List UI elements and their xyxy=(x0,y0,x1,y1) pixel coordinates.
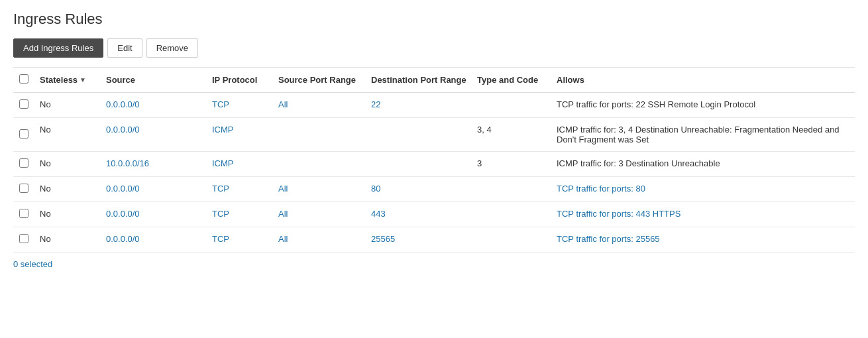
row-checkbox-5[interactable] xyxy=(19,234,28,243)
row-src-port: All xyxy=(273,177,366,202)
source-link[interactable]: 0.0.0.0/0 xyxy=(106,234,140,244)
row-stateless: No xyxy=(34,177,101,202)
src-port-link[interactable]: All xyxy=(278,184,288,194)
add-ingress-rules-button[interactable]: Add Ingress Rules xyxy=(13,38,103,58)
row-checkbox-1[interactable] xyxy=(19,129,28,139)
col-header-src-port: Source Port Range xyxy=(273,68,366,93)
page-title: Ingress Rules xyxy=(13,11,855,28)
row-checkbox-4[interactable] xyxy=(19,209,28,218)
row-stateless: No xyxy=(34,93,101,118)
row-protocol[interactable]: TCP xyxy=(207,93,273,118)
row-type-code xyxy=(472,177,551,202)
row-checkbox-cell xyxy=(13,152,34,177)
row-checkbox-cell xyxy=(13,118,34,152)
row-checkbox-cell xyxy=(13,227,34,253)
row-dst-port: 443 xyxy=(366,202,472,227)
src-port-link[interactable]: All xyxy=(278,234,288,244)
col-header-allows: Allows xyxy=(551,68,855,93)
table-row: No0.0.0.0/0ICMP3, 4ICMP traffic for: 3, … xyxy=(13,118,855,152)
source-link[interactable]: 0.0.0.0/0 xyxy=(106,184,140,194)
row-checkbox-0[interactable] xyxy=(19,99,28,109)
allows-link[interactable]: TCP traffic for ports: 80 xyxy=(557,184,645,194)
row-stateless: No xyxy=(34,152,101,177)
col-header-source: Source xyxy=(101,68,207,93)
row-allows: TCP traffic for ports: 22 SSH Remote Log… xyxy=(551,93,855,118)
sort-arrow-icon: ▼ xyxy=(80,76,86,84)
protocol-link[interactable]: TCP xyxy=(212,209,229,219)
src-port-link[interactable]: All xyxy=(278,209,288,219)
row-allows: TCP traffic for ports: 80 xyxy=(551,177,855,202)
row-type-code xyxy=(472,93,551,118)
row-allows: ICMP traffic for: 3, 4 Destination Unrea… xyxy=(551,118,855,152)
table-header-row: Stateless ▼ Source IP Protocol Source Po… xyxy=(13,68,855,93)
row-source[interactable]: 0.0.0.0/0 xyxy=(101,227,207,253)
remove-button[interactable]: Remove xyxy=(146,38,198,58)
row-src-port: All xyxy=(273,227,366,253)
row-dst-port: 22 xyxy=(366,93,472,118)
src-port-link[interactable]: All xyxy=(278,99,288,109)
row-protocol[interactable]: TCP xyxy=(207,227,273,253)
row-dst-port xyxy=(366,152,472,177)
col-header-protocol: IP Protocol xyxy=(207,68,273,93)
row-dst-port xyxy=(366,118,472,152)
col-header-stateless: Stateless ▼ xyxy=(34,68,101,93)
row-type-code xyxy=(472,202,551,227)
dst-port-link[interactable]: 22 xyxy=(371,99,380,109)
row-src-port: All xyxy=(273,93,366,118)
stateless-sort-button[interactable]: Stateless ▼ xyxy=(40,75,95,85)
source-link[interactable]: 0.0.0.0/0 xyxy=(106,99,140,109)
row-dst-port: 25565 xyxy=(366,227,472,253)
source-link[interactable]: 10.0.0.0/16 xyxy=(106,158,149,168)
row-source[interactable]: 0.0.0.0/0 xyxy=(101,202,207,227)
protocol-link[interactable]: ICMP xyxy=(212,158,234,168)
row-stateless: No xyxy=(34,118,101,152)
select-all-header[interactable] xyxy=(13,68,34,93)
row-protocol[interactable]: ICMP xyxy=(207,118,273,152)
row-source[interactable]: 0.0.0.0/0 xyxy=(101,118,207,152)
row-allows: TCP traffic for ports: 443 HTTPS xyxy=(551,202,855,227)
source-link[interactable]: 0.0.0.0/0 xyxy=(106,125,140,135)
protocol-link[interactable]: TCP xyxy=(212,234,229,244)
footer-selected-status: 0 selected xyxy=(13,259,855,269)
dst-port-link[interactable]: 80 xyxy=(371,184,380,194)
row-protocol[interactable]: TCP xyxy=(207,177,273,202)
table-row: No10.0.0.0/16ICMP3ICMP traffic for: 3 De… xyxy=(13,152,855,177)
row-source[interactable]: 0.0.0.0/0 xyxy=(101,93,207,118)
row-checkbox-cell xyxy=(13,93,34,118)
select-all-checkbox[interactable] xyxy=(19,74,28,84)
row-type-code xyxy=(472,227,551,253)
row-type-code: 3, 4 xyxy=(472,118,551,152)
dst-port-link[interactable]: 443 xyxy=(371,209,386,219)
page-container: Ingress Rules Add Ingress Rules Edit Rem… xyxy=(0,0,868,338)
col-header-type-code: Type and Code xyxy=(472,68,551,93)
allows-link[interactable]: TCP traffic for ports: 25565 xyxy=(557,234,660,244)
protocol-link[interactable]: TCP xyxy=(212,184,229,194)
row-stateless: No xyxy=(34,227,101,253)
protocol-link[interactable]: ICMP xyxy=(212,125,234,135)
source-link[interactable]: 0.0.0.0/0 xyxy=(106,209,140,219)
row-src-port xyxy=(273,118,366,152)
row-checkbox-2[interactable] xyxy=(19,158,28,168)
toolbar: Add Ingress Rules Edit Remove xyxy=(13,38,855,58)
row-src-port: All xyxy=(273,202,366,227)
row-src-port xyxy=(273,152,366,177)
ingress-rules-table: Stateless ▼ Source IP Protocol Source Po… xyxy=(13,67,855,253)
row-type-code: 3 xyxy=(472,152,551,177)
row-protocol[interactable]: TCP xyxy=(207,202,273,227)
dst-port-link[interactable]: 25565 xyxy=(371,234,395,244)
col-header-dst-port: Destination Port Range xyxy=(366,68,472,93)
row-checkbox-cell xyxy=(13,177,34,202)
row-protocol[interactable]: ICMP xyxy=(207,152,273,177)
allows-link[interactable]: TCP traffic for ports: 443 HTTPS xyxy=(557,209,680,219)
protocol-link[interactable]: TCP xyxy=(212,99,229,109)
row-dst-port: 80 xyxy=(366,177,472,202)
row-checkbox-cell xyxy=(13,202,34,227)
row-checkbox-3[interactable] xyxy=(19,184,28,193)
table-row: No0.0.0.0/0TCPAll25565TCP traffic for po… xyxy=(13,227,855,253)
edit-button[interactable]: Edit xyxy=(107,38,142,58)
row-allows: ICMP traffic for: 3 Destination Unreacha… xyxy=(551,152,855,177)
row-source[interactable]: 0.0.0.0/0 xyxy=(101,177,207,202)
table-row: No0.0.0.0/0TCPAll80TCP traffic for ports… xyxy=(13,177,855,202)
table-row: No0.0.0.0/0TCPAll22TCP traffic for ports… xyxy=(13,93,855,118)
row-source[interactable]: 10.0.0.0/16 xyxy=(101,152,207,177)
